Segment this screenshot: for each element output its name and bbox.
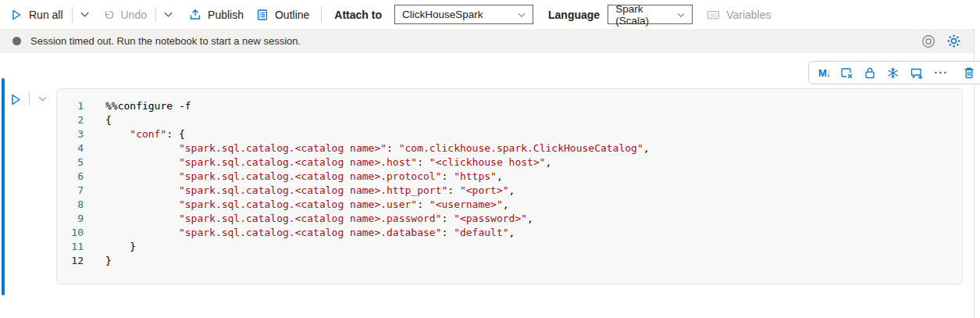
code-line[interactable]: 10 "spark.sql.catalog.<catalog name>.dat… [57, 226, 962, 240]
code-text[interactable]: } [105, 254, 112, 268]
code-text[interactable]: "spark.sql.catalog.<catalog name>.passwo… [105, 212, 533, 226]
more-actions-icon[interactable]: ··· [934, 69, 948, 77]
run-cell-button[interactable] [9, 93, 22, 106]
code-text[interactable]: "spark.sql.catalog.<catalog name>.databa… [105, 226, 515, 240]
line-number: 9 [57, 212, 84, 226]
code-line[interactable]: 5 "spark.sql.catalog.<catalog name>.host… [57, 155, 962, 170]
publish-icon [189, 9, 201, 21]
code-lines: 1%%configure -f2{3 "conf": {4 "spark.sql… [57, 99, 962, 268]
variables-button[interactable]: (x) Variables [707, 9, 771, 21]
run-all-button[interactable]: Run all [10, 9, 63, 21]
language-value: Spark (Scala) [615, 3, 675, 27]
undo-menu-chevron[interactable] [162, 9, 174, 20]
run-all-label: Run all [29, 9, 63, 21]
code-text[interactable]: "spark.sql.catalog.<catalog name>.protoc… [105, 170, 503, 184]
code-line[interactable]: 7 "spark.sql.catalog.<catalog name>.http… [57, 184, 962, 198]
code-text[interactable]: } [105, 240, 136, 254]
code-text[interactable]: %%configure -f [105, 99, 191, 113]
line-number: 8 [57, 198, 84, 212]
language-dropdown[interactable]: Spark (Scala) [608, 5, 693, 24]
code-line[interactable]: 11 } [57, 240, 962, 254]
language-label: Language [548, 9, 600, 21]
attach-to-dropdown[interactable]: ClickHouseSpark [394, 5, 533, 24]
delete-cell-icon[interactable] [963, 66, 975, 80]
code-line[interactable]: 2{ [57, 113, 962, 127]
run-all-menu-chevron[interactable] [79, 9, 91, 20]
line-number: 10 [57, 226, 84, 240]
code-text[interactable]: "spark.sql.catalog.<catalog name>": "com… [105, 141, 650, 155]
publish-label: Publish [208, 9, 244, 21]
line-number: 1 [57, 99, 84, 113]
lock-cell-icon[interactable] [864, 66, 876, 80]
line-number: 12 [57, 254, 84, 268]
variables-label: Variables [726, 9, 771, 21]
publish-button[interactable]: Publish [189, 9, 244, 21]
toolbar-separator [155, 7, 156, 23]
chevron-down-icon [516, 9, 527, 20]
outline-button[interactable]: Outline [256, 9, 309, 21]
convert-to-markdown-icon[interactable]: M↓ [818, 67, 830, 79]
toolbar-separator [321, 7, 322, 23]
cell-toolbar: M↓ ··· [808, 61, 980, 84]
attach-to-value: ClickHouseSpark [402, 9, 483, 20]
attach-to-label: Attach to [334, 9, 382, 21]
cell-selection-bar [2, 78, 5, 295]
code-text[interactable]: "spark.sql.catalog.<catalog name>.user":… [105, 198, 509, 212]
chevron-down-icon [675, 9, 686, 20]
undo-button[interactable]: Undo [102, 9, 147, 21]
code-line[interactable]: 8 "spark.sql.catalog.<catalog name>.user… [57, 198, 962, 212]
undo-label: Undo [121, 9, 147, 21]
stop-session-icon[interactable] [921, 34, 935, 48]
toolbar-separator [72, 7, 73, 23]
code-line[interactable]: 12} [57, 254, 962, 268]
code-line[interactable]: 9 "spark.sql.catalog.<catalog name>.pass… [57, 212, 962, 226]
code-text[interactable]: "conf": { [105, 127, 185, 141]
line-number: 6 [57, 170, 84, 184]
clear-cell-icon[interactable] [840, 66, 853, 80]
session-status-bar: Session timed out. Run the notebook to s… [0, 29, 974, 53]
session-message: Session timed out. Run the notebook to s… [30, 35, 301, 47]
cell-collapse-chevron[interactable] [37, 94, 48, 105]
code-editor[interactable]: 1%%configure -f2{3 "conf": {4 "spark.sql… [56, 88, 963, 284]
session-status-dot [12, 37, 21, 45]
outline-label: Outline [275, 9, 309, 21]
settings-gear-icon[interactable] [946, 34, 961, 48]
line-number: 5 [57, 155, 84, 170]
add-comment-icon[interactable] [910, 66, 924, 80]
notebook-toolbar: Run all Undo Publish Outline Attach to C… [0, 0, 980, 29]
line-number: 2 [57, 113, 84, 127]
code-text[interactable]: "spark.sql.catalog.<catalog name>.http_p… [105, 184, 515, 198]
svg-text:(x): (x) [710, 11, 717, 18]
outline-icon [256, 9, 269, 21]
code-line[interactable]: 6 "spark.sql.catalog.<catalog name>.prot… [57, 170, 962, 184]
line-number: 11 [57, 240, 84, 254]
code-text[interactable]: { [105, 113, 112, 127]
line-number: 3 [57, 127, 84, 141]
line-number: 4 [57, 141, 84, 155]
undo-icon [102, 9, 115, 21]
freeze-cell-icon[interactable] [886, 66, 900, 80]
code-line[interactable]: 3 "conf": { [57, 127, 962, 141]
variables-icon: (x) [707, 9, 720, 21]
line-number: 7 [57, 184, 84, 198]
code-text[interactable]: "spark.sql.catalog.<catalog name>.host":… [105, 155, 551, 170]
run-controls-separator [29, 92, 30, 106]
code-line[interactable]: 4 "spark.sql.catalog.<catalog name>": "c… [57, 141, 962, 155]
play-icon [10, 9, 23, 21]
cell-run-controls [9, 92, 48, 106]
code-line[interactable]: 1%%configure -f [57, 99, 962, 113]
